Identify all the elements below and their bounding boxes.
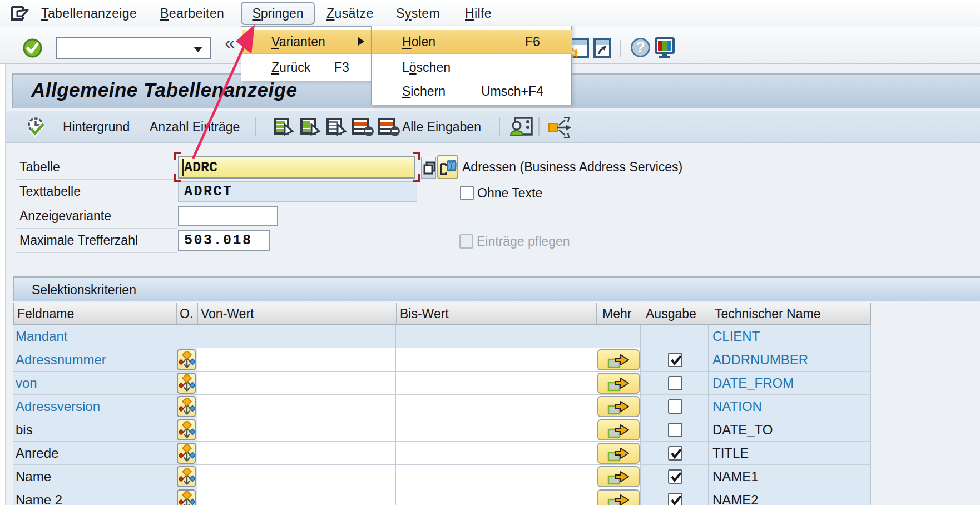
svg-text:?: ?: [636, 39, 645, 56]
